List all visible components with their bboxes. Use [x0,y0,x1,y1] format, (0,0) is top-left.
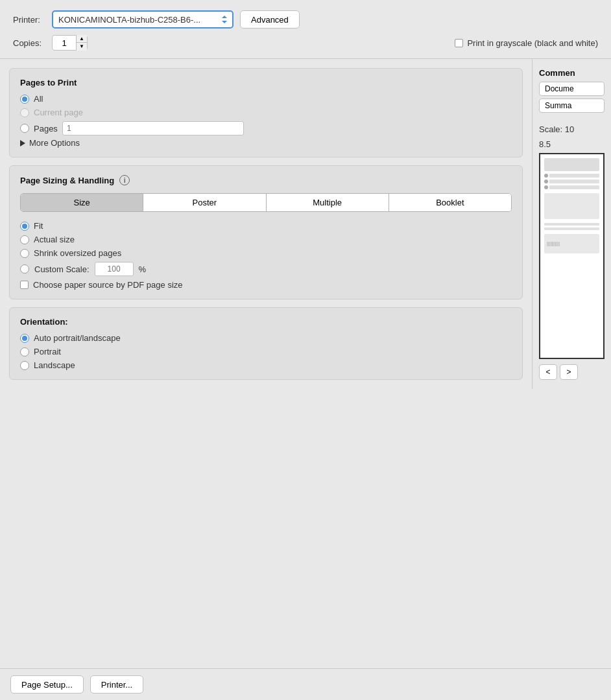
page-sizing-header: Page Sizing & Handling i [20,175,512,185]
copies-stepper: ▲ ▼ [76,35,87,51]
landscape-option[interactable]: Landscape [20,360,512,370]
more-options-label: More Options [29,138,80,148]
tab-booklet[interactable]: Booklet [389,194,511,211]
copies-input-wrapper: ▲ ▼ [52,35,88,51]
portrait-radio[interactable] [20,347,29,356]
paper-source-checkbox[interactable] [20,281,29,289]
portrait-label: Portrait [34,347,61,356]
fit-radio[interactable] [20,222,29,231]
custom-scale-option[interactable]: Custom Scale: % [20,262,512,276]
page-sizing-tabs: Size Poster Multiple Booklet [20,193,512,212]
page-setup-button[interactable]: Page Setup... [10,675,84,694]
current-page-radio[interactable] [20,108,29,117]
more-options-triangle [20,140,25,146]
all-label: All [34,94,43,104]
actual-size-label: Actual size [34,235,75,244]
nav-row: < > [539,364,605,380]
percent-label: % [139,264,147,274]
grayscale-wrapper: Print in grayscale (black and white) [455,38,598,48]
printer-dropdown-arrow [221,15,228,24]
custom-scale-input[interactable] [95,262,134,276]
custom-scale-radio[interactable] [20,264,29,274]
shrink-label: Shrink oversized pages [34,248,121,258]
next-page-button[interactable]: > [560,364,578,380]
svg-marker-0 [222,16,227,18]
right-panel: Commen Docume Summa Scale: 10 8.5 [532,59,611,389]
advanced-button[interactable]: Advanced [240,10,300,29]
tab-poster[interactable]: Poster [143,194,266,211]
actual-size-option[interactable]: Actual size [20,235,512,244]
preview-area: ||||||||||| [539,153,605,359]
info-icon[interactable]: i [119,175,130,185]
paper-source-label: Choose paper source by PDF page size [33,280,183,290]
printer-select[interactable]: KONICAMINOLTA-bizhub-C258-B6-... [52,10,234,29]
paper-source-item[interactable]: Choose paper source by PDF page size [20,280,512,290]
tab-size[interactable]: Size [21,194,143,211]
pages-to-print-title: Pages to Print [20,78,512,88]
comments-section: Commen Docume Summa [539,68,605,115]
more-options[interactable]: More Options [20,138,512,148]
copies-input[interactable] [53,38,76,48]
current-page-option[interactable]: Current page [20,108,512,117]
portrait-option[interactable]: Portrait [20,347,512,356]
fit-option[interactable]: Fit [20,221,512,231]
copies-increment[interactable]: ▲ [77,35,87,43]
size-label: 8.5 [539,139,605,149]
scale-info: Scale: 10 [539,124,605,134]
pages-input[interactable] [62,121,244,135]
summary-button[interactable]: Summa [539,99,605,113]
fit-label: Fit [34,221,43,231]
orientation-radio-group: Auto portrait/landscape Portrait Landsca… [20,333,512,370]
pages-radio-group: All Current page Pages [20,94,512,135]
all-radio[interactable] [20,95,29,104]
shrink-radio[interactable] [20,249,29,258]
custom-scale-label: Custom Scale: [34,264,90,274]
pages-option[interactable]: Pages [20,121,512,135]
copies-label: Copies: [13,38,45,48]
tab-multiple[interactable]: Multiple [267,194,389,211]
pages-radio[interactable] [20,124,29,133]
bottom-bar: Page Setup... Printer... [0,668,611,700]
orientation-title: Orientation: [20,317,512,327]
all-option[interactable]: All [20,94,512,104]
landscape-label: Landscape [34,360,75,370]
page-sizing-title: Page Sizing & Handling [20,176,114,185]
printer-select-text: KONICAMINOLTA-bizhub-C258-B6-... [58,15,217,25]
auto-portrait-option[interactable]: Auto portrait/landscape [20,333,512,343]
shrink-option[interactable]: Shrink oversized pages [20,248,512,258]
landscape-radio[interactable] [20,361,29,370]
auto-portrait-label: Auto portrait/landscape [34,333,121,343]
printer-label: Printer: [13,15,45,25]
copies-decrement[interactable]: ▼ [77,43,87,51]
pages-label: Pages [34,124,58,134]
actual-size-radio[interactable] [20,235,29,244]
document-button[interactable]: Docume [539,82,605,96]
pages-to-print-section: Pages to Print All Current page Pages [9,68,523,158]
grayscale-label: Print in grayscale (black and white) [467,38,598,48]
page-sizing-section: Page Sizing & Handling i Size Poster Mul… [9,165,523,299]
grayscale-checkbox[interactable] [455,39,463,47]
auto-portrait-radio[interactable] [20,334,29,343]
svg-marker-1 [222,21,227,23]
prev-page-button[interactable]: < [539,364,557,380]
size-options-group: Fit Actual size Shrink oversized pages C… [20,221,512,276]
preview-content: ||||||||||| [540,154,603,261]
printer-button[interactable]: Printer... [90,675,143,694]
orientation-section: Orientation: Auto portrait/landscape Por… [9,307,523,380]
current-page-label: Current page [34,108,83,117]
comments-label: Commen [539,68,605,78]
